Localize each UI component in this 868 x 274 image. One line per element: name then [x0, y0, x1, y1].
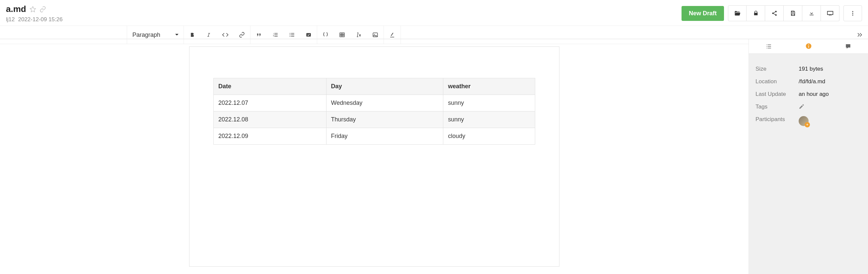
- svg-point-1: [772, 12, 774, 14]
- header-actions: New Draft: [682, 4, 862, 21]
- table-row[interactable]: 2022.12.08 Thursday sunny: [214, 112, 535, 128]
- svg-point-5: [852, 14, 854, 16]
- table-row[interactable]: 2022.12.07 Wednesday sunny: [214, 95, 535, 112]
- location-value: /fd/fd/a.md: [799, 78, 861, 85]
- tab-outline[interactable]: [749, 39, 789, 53]
- star-icon[interactable]: [30, 6, 36, 12]
- tags-label: Tags: [755, 103, 799, 110]
- link-icon[interactable]: [39, 6, 46, 12]
- svg-point-0: [775, 11, 777, 12]
- new-draft-button[interactable]: New Draft: [682, 6, 724, 21]
- header-left: a.md lj12 2022-12-09 15:26: [6, 4, 682, 23]
- last-update-label: Last Update: [755, 91, 799, 97]
- author-name: lj12: [6, 16, 14, 23]
- svg-point-8: [290, 36, 290, 36]
- modified-timestamp: 2022-12-09 15:26: [18, 16, 62, 23]
- content-table[interactable]: Date Day weather 2022.12.07 Wednesday su…: [213, 78, 535, 145]
- participants-label: Participants: [755, 116, 799, 128]
- tab-info[interactable]: [789, 39, 829, 53]
- info-icon: [805, 43, 812, 50]
- lock-button[interactable]: [747, 5, 765, 21]
- svg-point-12: [374, 34, 375, 34]
- add-participant-icon[interactable]: +: [805, 122, 810, 127]
- size-label: Size: [755, 66, 799, 72]
- list-icon: [766, 43, 772, 50]
- chevron-down-icon: [175, 33, 179, 37]
- th-date: Date: [214, 78, 327, 95]
- svg-rect-9: [306, 33, 311, 37]
- editor-pane[interactable]: Date Day weather 2022.12.07 Wednesday su…: [0, 39, 749, 274]
- th-day: Day: [326, 78, 443, 95]
- title-row: a.md: [6, 4, 682, 14]
- document-title: a.md: [6, 4, 26, 14]
- svg-point-2: [775, 14, 777, 16]
- comment-icon: [845, 43, 851, 50]
- table-row[interactable]: 2022.12.09 Friday cloudy: [214, 128, 535, 145]
- share-button[interactable]: [765, 5, 784, 21]
- more-menu-button[interactable]: [843, 5, 862, 21]
- sidebar-tabs: [749, 39, 868, 54]
- edit-tags-button[interactable]: [799, 103, 861, 110]
- location-label: Location: [755, 78, 799, 85]
- svg-point-6: [290, 33, 290, 33]
- presentation-button[interactable]: [821, 5, 839, 21]
- page-header: a.md lj12 2022-12-09 15:26 New Draft: [0, 0, 868, 26]
- document-page[interactable]: Date Day weather 2022.12.07 Wednesday su…: [189, 47, 559, 267]
- file-action-group: [728, 5, 839, 21]
- size-value: 191 bytes: [799, 66, 861, 72]
- workspace: Date Day weather 2022.12.07 Wednesday su…: [0, 39, 868, 274]
- document-meta: lj12 2022-12-09 15:26: [6, 16, 682, 23]
- download-button[interactable]: [802, 5, 821, 21]
- table-header-row: Date Day weather: [214, 78, 535, 95]
- svg-point-7: [290, 34, 290, 35]
- th-weather: weather: [443, 78, 535, 95]
- svg-point-3: [852, 11, 854, 12]
- last-update-value: an hour ago: [799, 91, 861, 97]
- participant-avatar[interactable]: +: [799, 116, 809, 126]
- svg-rect-10: [340, 33, 344, 37]
- open-folder-button[interactable]: [728, 5, 747, 21]
- save-button[interactable]: [784, 5, 802, 21]
- info-sidebar: Size 191 bytes Location /fd/fd/a.md Last…: [749, 39, 868, 274]
- tab-comments[interactable]: [828, 39, 868, 53]
- block-style-label: Paragraph: [132, 32, 160, 38]
- svg-point-4: [852, 13, 854, 14]
- sidebar-content: Size 191 bytes Location /fd/fd/a.md Last…: [749, 54, 868, 274]
- pencil-icon: [799, 103, 805, 110]
